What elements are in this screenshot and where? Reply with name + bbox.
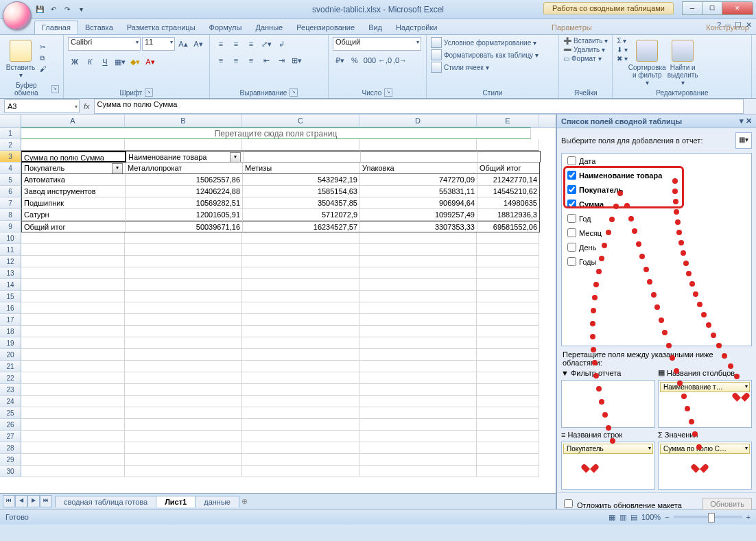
office-button[interactable]	[3, 1, 32, 30]
annotation-arrows	[0, 0, 756, 541]
